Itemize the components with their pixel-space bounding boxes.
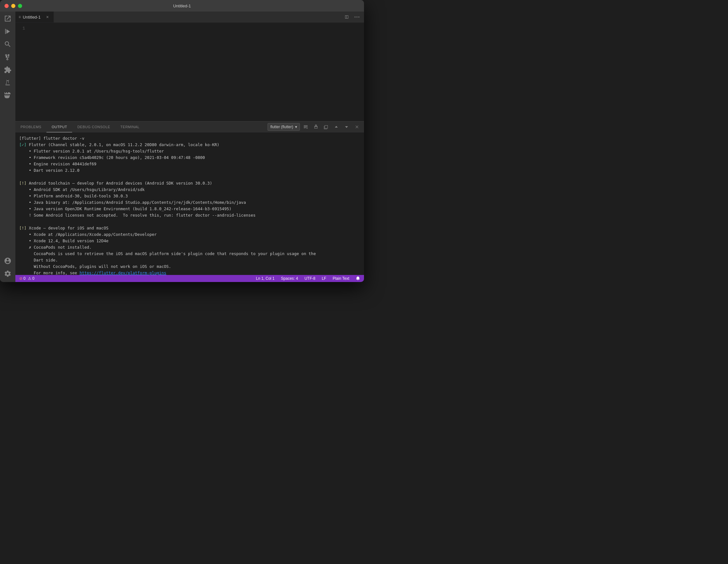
status-right: Ln 1, Col 1 Spaces: 4 UTF-8 LF Plain Tex… xyxy=(255,275,364,282)
tab-close-button[interactable]: × xyxy=(45,14,50,20)
output-line-3: • Flutter version 2.0.1 at /Users/hsgu/h… xyxy=(19,148,360,154)
output-line-10: • Platform android-30, build-tools 30.0.… xyxy=(19,193,360,199)
output-line-20: Dart side. xyxy=(19,257,360,263)
tab-bar: ≡ Untitled-1 × xyxy=(15,12,364,23)
explorer-icon[interactable] xyxy=(2,13,13,24)
output-line-4: • Framework revision c5a4b4029c (20 hour… xyxy=(19,154,360,161)
extensions-icon[interactable] xyxy=(2,64,13,76)
error-count: 0 xyxy=(23,276,26,281)
lock-scroll-button[interactable] xyxy=(311,122,320,131)
output-line-9: • Android SDK at /Users/hsgu/Library/And… xyxy=(19,187,360,193)
output-line-7 xyxy=(19,174,360,180)
tab-file-icon: ≡ xyxy=(19,15,21,19)
panel-area: PROBLEMS OUTPUT DEBUG CONSOLE TERMINAL f… xyxy=(15,121,364,275)
output-line-21: Without CocoaPods, plugins will not work… xyxy=(19,263,360,270)
close-button[interactable] xyxy=(4,4,9,8)
status-bar: ⊘ 0 ⚠ 0 Ln 1, Col 1 Spaces: 4 UTF-8 LF xyxy=(15,275,364,282)
output-line-18: ✗ CocoaPods not installed. xyxy=(19,244,360,251)
output-line-11: • Java binary at: /Applications/Android … xyxy=(19,199,360,206)
output-line-12: • Java version OpenJDK Runtime Environme… xyxy=(19,206,360,212)
activity-bar xyxy=(0,12,15,282)
warning-count: 0 xyxy=(32,276,35,281)
tab-problems[interactable]: PROBLEMS xyxy=(15,121,46,132)
split-editor-button[interactable] xyxy=(342,12,351,21)
svg-point-0 xyxy=(355,17,356,18)
svg-point-1 xyxy=(357,17,358,18)
warning-icon: ⚠ xyxy=(28,276,31,281)
tab-actions xyxy=(342,12,364,22)
cursor-position[interactable]: Ln 1, Col 1 xyxy=(255,275,276,282)
encoding[interactable]: UTF-8 xyxy=(303,275,317,282)
indentation[interactable]: Spaces: 4 xyxy=(280,275,299,282)
editor-content: 1 xyxy=(15,23,364,121)
output-line-1: [flutter] flutter doctor -v xyxy=(19,135,360,142)
output-line-15: [!] Xcode – develop for iOS and macOS xyxy=(19,225,360,231)
copy-output-button[interactable] xyxy=(322,122,331,131)
line-ending[interactable]: LF xyxy=(320,275,327,282)
minimize-button[interactable] xyxy=(11,4,15,8)
output-line-19: CocoaPods is used to retrieve the iOS an… xyxy=(19,251,360,257)
output-line-16: • Xcode at /Applications/Xcode.app/Conte… xyxy=(19,231,360,238)
settings-icon[interactable] xyxy=(2,268,13,279)
output-line-13: ! Some Android licenses not accepted. To… xyxy=(19,212,360,219)
panel-tabs: PROBLEMS OUTPUT DEBUG CONSOLE TERMINAL f… xyxy=(15,121,364,133)
line-numbers: 1 xyxy=(15,23,28,121)
window-controls xyxy=(4,4,22,8)
flask-icon[interactable] xyxy=(2,77,13,88)
close-panel-button[interactable] xyxy=(352,122,361,131)
scroll-up-button[interactable] xyxy=(332,122,341,131)
output-line-2: [✓] Flutter (Channel stable, 2.0.1, on m… xyxy=(19,142,360,148)
search-icon[interactable] xyxy=(2,38,13,50)
output-content: [flutter] flutter doctor -v [✓] Flutter … xyxy=(15,133,364,275)
maximize-button[interactable] xyxy=(18,4,22,8)
tab-debug-console[interactable]: DEBUG CONSOLE xyxy=(72,121,115,132)
output-line-17: • Xcode 12.4, Build version 12D4e xyxy=(19,238,360,244)
output-line-8: [!] Android toolchain – develop for Andr… xyxy=(19,180,360,187)
status-left: ⊘ 0 ⚠ 0 xyxy=(15,275,36,282)
output-line-22: For more info, see https://flutter.dev/p… xyxy=(19,270,360,275)
output-source-dropdown[interactable]: flutter (flutter) ▾ xyxy=(268,123,300,131)
panel-controls: flutter (flutter) ▾ xyxy=(268,121,364,132)
tab-label: Untitled-1 xyxy=(23,15,41,20)
tab-terminal[interactable]: TERMINAL xyxy=(115,121,145,132)
svg-point-2 xyxy=(359,17,360,18)
clear-output-button[interactable] xyxy=(301,122,310,131)
window-title: Untitled-1 xyxy=(173,4,191,8)
errors-status[interactable]: ⊘ 0 ⚠ 0 xyxy=(18,275,36,282)
output-line-14 xyxy=(19,219,360,225)
more-actions-button[interactable] xyxy=(352,12,361,21)
editor-text-area[interactable] xyxy=(28,23,364,121)
run-icon[interactable] xyxy=(2,26,13,37)
output-line-6: • Dart version 2.12.0 xyxy=(19,167,360,174)
notifications-button[interactable] xyxy=(354,275,361,282)
account-icon[interactable] xyxy=(2,255,13,267)
docker-icon[interactable] xyxy=(2,90,13,101)
output-line-5: • Engine revision 40441def69 xyxy=(19,161,360,167)
titlebar: Untitled-1 xyxy=(0,0,364,12)
scroll-down-button[interactable] xyxy=(342,122,351,131)
tab-output[interactable]: OUTPUT xyxy=(46,121,72,132)
source-control-icon[interactable] xyxy=(2,51,13,63)
language-mode[interactable]: Plain Text xyxy=(331,275,351,282)
tab-untitled-1[interactable]: ≡ Untitled-1 × xyxy=(15,12,54,22)
error-icon: ⊘ xyxy=(19,276,22,281)
